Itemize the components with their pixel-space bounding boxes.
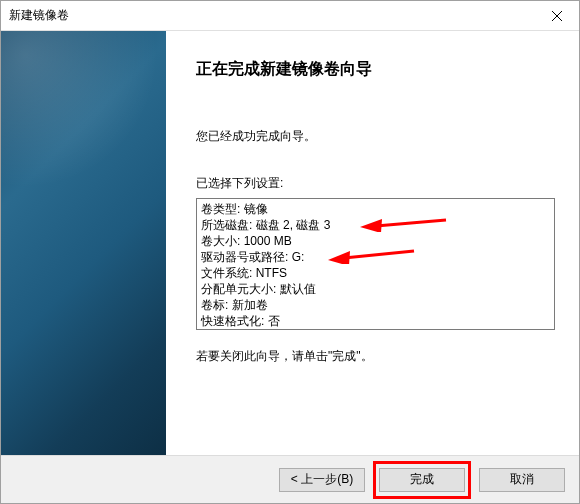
close-button[interactable] <box>534 1 579 31</box>
wizard-content: 正在完成新建镜像卷向导 您已经成功完成向导。 已选择下列设置: 卷类型: 镜像所… <box>166 31 579 455</box>
settings-label: 已选择下列设置: <box>196 175 555 192</box>
titlebar: 新建镜像卷 <box>1 1 579 31</box>
window-title: 新建镜像卷 <box>9 7 69 24</box>
completed-message: 您已经成功完成向导。 <box>196 128 555 145</box>
cancel-button[interactable]: 取消 <box>479 468 565 492</box>
settings-list-wrap: 卷类型: 镜像所选磁盘: 磁盘 2, 磁盘 3卷大小: 1000 MB驱动器号或… <box>196 198 555 330</box>
list-item[interactable]: 所选磁盘: 磁盘 2, 磁盘 3 <box>199 217 552 233</box>
annotation-highlight: 完成 <box>373 461 471 499</box>
list-item[interactable]: 分配单元大小: 默认值 <box>199 281 552 297</box>
back-button[interactable]: < 上一步(B) <box>279 468 365 492</box>
list-item[interactable]: 快速格式化: 否 <box>199 313 552 329</box>
list-item[interactable]: 文件系统: NTFS <box>199 265 552 281</box>
list-item[interactable]: 卷类型: 镜像 <box>199 201 552 217</box>
list-item[interactable]: 驱动器号或路径: G: <box>199 249 552 265</box>
close-hint: 若要关闭此向导，请单击"完成"。 <box>196 348 555 365</box>
list-item[interactable]: 卷大小: 1000 MB <box>199 233 552 249</box>
finish-button[interactable]: 完成 <box>379 468 465 492</box>
list-item[interactable]: 卷标: 新加卷 <box>199 297 552 313</box>
wizard-window: 新建镜像卷 正在完成新建镜像卷向导 您已经成功完成向导。 已选择下列设置: 卷类… <box>0 0 580 504</box>
close-icon <box>552 11 562 21</box>
page-title: 正在完成新建镜像卷向导 <box>196 59 555 80</box>
wizard-side-graphic <box>1 31 166 455</box>
button-bar: < 上一步(B) 完成 取消 <box>1 455 579 503</box>
wizard-body: 正在完成新建镜像卷向导 您已经成功完成向导。 已选择下列设置: 卷类型: 镜像所… <box>1 31 579 455</box>
settings-listbox[interactable]: 卷类型: 镜像所选磁盘: 磁盘 2, 磁盘 3卷大小: 1000 MB驱动器号或… <box>196 198 555 330</box>
